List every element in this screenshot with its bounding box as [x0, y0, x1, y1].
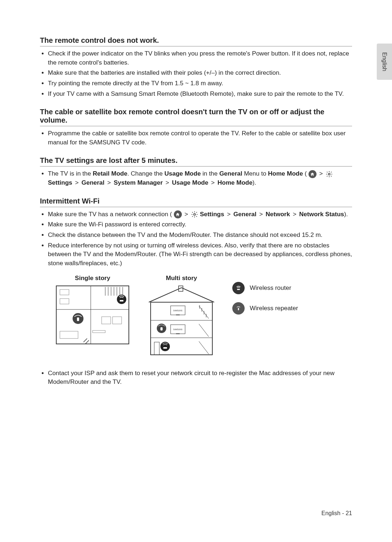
bullets-cable: Programme the cable or satellite box rem…: [40, 129, 352, 147]
bullet-remote-4: If your TV came with a Samsung Smart Rem…: [48, 90, 352, 99]
heading-remote: The remote control does not work.: [40, 36, 352, 46]
breadcrumb-separator: >: [107, 179, 111, 186]
path-home-mode: Home Mode: [217, 179, 252, 186]
retail-mode-label: Retail Mode: [93, 170, 127, 177]
path-settings: Settings: [48, 179, 72, 186]
path-usage-mode: Usage Mode: [172, 179, 208, 186]
home-icon: [174, 210, 182, 218]
bullet-remote-3: Try pointing the remote directly at the …: [48, 79, 352, 88]
text: Make sure the TV has a network connectio…: [48, 211, 172, 218]
breadcrumb-separator: >: [227, 211, 230, 218]
svg-rect-15: [77, 317, 79, 321]
section-cable-remote: The cable or satellite box remote contro…: [40, 108, 352, 147]
path-system-manager: System Manager: [114, 179, 163, 186]
breadcrumb-separator: >: [75, 179, 79, 186]
svg-point-1: [193, 214, 195, 215]
bullet-wifi-2: Make sure the Wi-Fi password is entered …: [48, 220, 352, 229]
home-icon: [309, 170, 317, 178]
home-mode-label: Home Mode: [268, 170, 303, 177]
diagram-legend: Wireless router Wireless repeater: [232, 275, 298, 315]
bullet-remote-2: Make sure that the batteries are install…: [48, 69, 352, 78]
diagram-multi-story: Multi story: [145, 275, 218, 358]
svg-rect-40: [163, 347, 167, 349]
gear-icon: [326, 171, 333, 178]
page-content: The remote control does not work. Check …: [0, 0, 392, 542]
legend-label-repeater: Wireless repeater: [250, 305, 298, 312]
section-settings-lost: The TV settings are lost after 5 minutes…: [40, 156, 352, 187]
bullet-cable-1: Programme the cable or satellite box rem…: [48, 129, 352, 147]
diagram-single-story: Single story: [54, 275, 131, 347]
bullet-remote-1: Check if the power indicator on the TV b…: [48, 49, 352, 67]
diagram-title-single: Single story: [54, 275, 131, 282]
path-general: General: [81, 179, 104, 186]
svg-rect-42: [237, 289, 240, 290]
svg-rect-38: [160, 327, 163, 330]
text: ).: [344, 211, 348, 218]
general-label: General: [219, 170, 242, 177]
svg-point-12: [117, 295, 126, 304]
section-remote-not-work: The remote control does not work. Check …: [40, 36, 352, 98]
path-network-status: Network Status: [299, 211, 344, 218]
bullet-wifi-3: Check the distance between the TV and th…: [48, 231, 352, 240]
text: in the: [201, 170, 219, 177]
breadcrumb-separator: >: [211, 179, 215, 186]
bullet-wifi-1: Make sure the TV has a network connectio…: [48, 210, 352, 219]
page-number: English - 21: [322, 510, 352, 517]
svg-rect-43: [238, 308, 239, 310]
breadcrumb-separator: >: [166, 179, 169, 186]
floorplan-multi-story-svg: SAMSUNG SAMSUNG: [145, 284, 218, 357]
path-general: General: [233, 211, 256, 218]
bullets-settings-lost: The TV is in the Retail Mode. Change the…: [40, 169, 352, 187]
bullets-remote: Check if the power indicator on the TV b…: [40, 49, 352, 98]
text: Menu to: [242, 170, 268, 177]
svg-rect-2: [56, 286, 129, 344]
svg-point-39: [160, 342, 170, 351]
svg-rect-13: [120, 300, 123, 301]
wifi-diagrams: Single story: [40, 275, 352, 358]
breadcrumb-separator: >: [319, 170, 323, 177]
bullets-wifi-after: Contact your ISP and ask them to reset y…: [40, 369, 352, 387]
text: The TV is in the: [48, 170, 93, 177]
heading-settings-lost: The TV settings are lost after 5 minutes…: [40, 156, 352, 167]
tv-brand-label: SAMSUNG: [173, 309, 182, 312]
breadcrumb-separator: >: [259, 211, 263, 218]
heading-cable: The cable or satellite box remote contro…: [40, 108, 352, 126]
path-network: Network: [266, 211, 290, 218]
svg-point-0: [328, 173, 330, 175]
bullets-wifi: Make sure the TV has a network connectio…: [40, 210, 352, 268]
router-icon: [232, 282, 245, 294]
text: . Change the: [127, 170, 164, 177]
bullet-settings-lost-1: The TV is in the Retail Mode. Change the…: [48, 169, 352, 187]
gear-icon: [191, 211, 198, 218]
bullet-wifi-4: Reduce interference by not using or turn…: [48, 241, 352, 268]
heading-wifi: Intermittent Wi-Fi: [40, 197, 352, 207]
diagram-title-multi: Multi story: [145, 275, 218, 282]
legend-row-repeater: Wireless repeater: [232, 302, 298, 315]
breadcrumb-separator: >: [184, 211, 188, 218]
legend-label-router: Wireless router: [250, 284, 291, 292]
tv-brand-label: SAMSUNG: [173, 328, 182, 330]
legend-row-router: Wireless router: [232, 282, 298, 294]
floorplan-single-story-svg: [54, 284, 131, 346]
breadcrumb-separator: >: [293, 211, 297, 218]
bullet-wifi-5: Contact your ISP and ask them to reset y…: [48, 369, 352, 387]
usage-mode-label: Usage Mode: [164, 170, 201, 177]
path-settings: Settings: [200, 211, 224, 218]
repeater-icon: [232, 302, 245, 315]
section-wifi: Intermittent Wi-Fi Make sure the TV has …: [40, 197, 352, 387]
